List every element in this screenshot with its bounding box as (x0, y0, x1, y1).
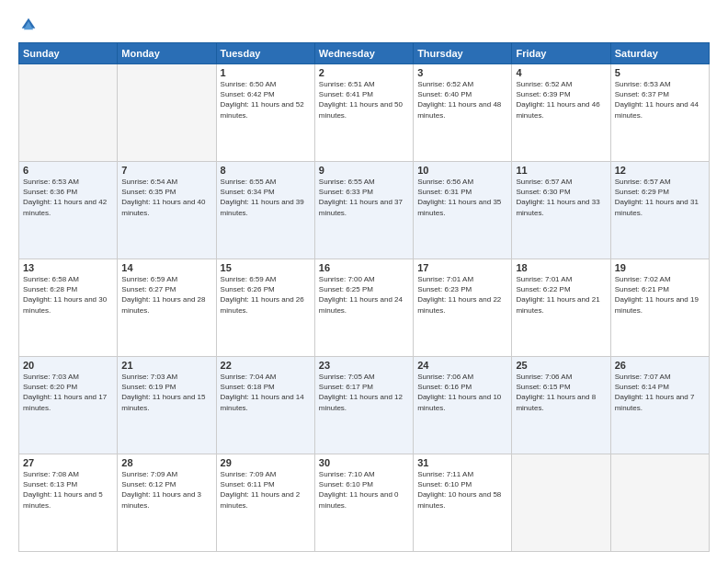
day-detail: Sunrise: 6:55 AMSunset: 6:34 PMDaylight:… (221, 177, 311, 218)
day-number: 25 (516, 360, 606, 371)
header-row: SundayMondayTuesdayWednesdayThursdayFrid… (19, 43, 710, 64)
day-number: 23 (319, 360, 409, 371)
day-header-tuesday: Tuesday (216, 43, 314, 64)
day-detail: Sunrise: 7:06 AMSunset: 6:16 PMDaylight:… (417, 372, 507, 413)
day-detail: Sunrise: 7:08 AMSunset: 6:13 PMDaylight:… (23, 469, 113, 511)
day-number: 4 (516, 67, 606, 78)
day-header-monday: Monday (118, 43, 216, 64)
day-number: 19 (615, 262, 705, 273)
day-detail: Sunrise: 7:06 AMSunset: 6:15 PMDaylight:… (516, 372, 606, 413)
day-number: 3 (417, 67, 507, 78)
day-cell: 16Sunrise: 7:00 AMSunset: 6:25 PMDayligh… (314, 259, 413, 357)
day-detail: Sunrise: 6:53 AMSunset: 6:37 PMDaylight:… (615, 79, 705, 121)
day-detail: Sunrise: 7:09 AMSunset: 6:12 PMDaylight:… (121, 469, 211, 511)
day-cell: 14Sunrise: 6:59 AMSunset: 6:27 PMDayligh… (118, 259, 216, 357)
day-detail: Sunrise: 6:52 AMSunset: 6:40 PMDaylight:… (417, 79, 507, 121)
day-header-sunday: Sunday (19, 43, 118, 64)
day-cell: 17Sunrise: 7:01 AMSunset: 6:23 PMDayligh… (414, 259, 512, 357)
day-number: 5 (615, 67, 705, 78)
day-cell: 3Sunrise: 6:52 AMSunset: 6:40 PMDaylight… (414, 64, 512, 162)
day-cell: 22Sunrise: 7:04 AMSunset: 6:18 PMDayligh… (216, 357, 314, 454)
day-header-thursday: Thursday (414, 43, 512, 64)
day-number: 10 (417, 165, 507, 176)
day-detail: Sunrise: 6:51 AMSunset: 6:41 PMDaylight:… (319, 79, 409, 121)
day-cell: 13Sunrise: 6:58 AMSunset: 6:28 PMDayligh… (19, 259, 118, 357)
day-cell: 8Sunrise: 6:55 AMSunset: 6:34 PMDaylight… (216, 162, 314, 259)
day-number: 9 (319, 165, 409, 176)
day-cell (512, 454, 610, 552)
day-header-saturday: Saturday (610, 43, 709, 64)
day-detail: Sunrise: 7:07 AMSunset: 6:14 PMDaylight:… (615, 372, 705, 413)
day-detail: Sunrise: 7:02 AMSunset: 6:21 PMDaylight:… (615, 274, 705, 316)
day-number: 17 (417, 262, 507, 273)
week-row: 6Sunrise: 6:53 AMSunset: 6:36 PMDaylight… (19, 162, 710, 259)
day-number: 26 (615, 360, 705, 371)
day-cell: 30Sunrise: 7:10 AMSunset: 6:10 PMDayligh… (314, 454, 413, 552)
day-number: 8 (221, 165, 311, 176)
day-cell (118, 64, 216, 162)
day-header-wednesday: Wednesday (314, 43, 413, 64)
day-number: 2 (319, 67, 409, 78)
day-number: 6 (23, 165, 113, 176)
day-cell: 20Sunrise: 7:03 AMSunset: 6:20 PMDayligh… (19, 357, 118, 454)
day-number: 11 (516, 165, 606, 176)
logo-icon (18, 15, 39, 35)
day-cell: 24Sunrise: 7:06 AMSunset: 6:16 PMDayligh… (414, 357, 512, 454)
day-detail: Sunrise: 7:05 AMSunset: 6:17 PMDaylight:… (319, 372, 409, 413)
day-number: 16 (319, 262, 409, 273)
day-cell: 1Sunrise: 6:50 AMSunset: 6:42 PMDaylight… (216, 64, 314, 162)
day-detail: Sunrise: 7:01 AMSunset: 6:23 PMDaylight:… (417, 274, 507, 316)
day-detail: Sunrise: 6:58 AMSunset: 6:28 PMDaylight:… (23, 274, 113, 316)
day-detail: Sunrise: 6:59 AMSunset: 6:27 PMDaylight:… (121, 274, 211, 316)
day-cell: 11Sunrise: 6:57 AMSunset: 6:30 PMDayligh… (512, 162, 610, 259)
day-cell: 2Sunrise: 6:51 AMSunset: 6:41 PMDaylight… (314, 64, 413, 162)
day-number: 21 (121, 360, 211, 371)
week-row: 1Sunrise: 6:50 AMSunset: 6:42 PMDaylight… (19, 64, 710, 162)
day-number: 22 (221, 360, 311, 371)
week-row: 27Sunrise: 7:08 AMSunset: 6:13 PMDayligh… (19, 454, 710, 552)
day-number: 1 (221, 67, 311, 78)
day-number: 28 (121, 457, 211, 468)
header (18, 15, 710, 35)
day-detail: Sunrise: 6:54 AMSunset: 6:35 PMDaylight:… (121, 177, 211, 218)
day-number: 20 (23, 360, 113, 371)
day-detail: Sunrise: 7:10 AMSunset: 6:10 PMDaylight:… (319, 469, 409, 511)
day-cell: 9Sunrise: 6:55 AMSunset: 6:33 PMDaylight… (314, 162, 413, 259)
day-number: 18 (516, 262, 606, 273)
day-detail: Sunrise: 6:52 AMSunset: 6:39 PMDaylight:… (516, 79, 606, 121)
logo (18, 15, 40, 35)
day-cell: 15Sunrise: 6:59 AMSunset: 6:26 PMDayligh… (216, 259, 314, 357)
day-detail: Sunrise: 7:04 AMSunset: 6:18 PMDaylight:… (221, 372, 311, 413)
day-number: 12 (615, 165, 705, 176)
day-detail: Sunrise: 7:03 AMSunset: 6:19 PMDaylight:… (121, 372, 211, 413)
day-cell: 26Sunrise: 7:07 AMSunset: 6:14 PMDayligh… (610, 357, 709, 454)
day-cell: 31Sunrise: 7:11 AMSunset: 6:10 PMDayligh… (414, 454, 512, 552)
day-cell (610, 454, 709, 552)
day-number: 27 (23, 457, 113, 468)
day-cell: 5Sunrise: 6:53 AMSunset: 6:37 PMDaylight… (610, 64, 709, 162)
day-detail: Sunrise: 6:50 AMSunset: 6:42 PMDaylight:… (221, 79, 311, 121)
day-cell: 25Sunrise: 7:06 AMSunset: 6:15 PMDayligh… (512, 357, 610, 454)
day-detail: Sunrise: 6:53 AMSunset: 6:36 PMDaylight:… (23, 177, 113, 218)
day-detail: Sunrise: 6:59 AMSunset: 6:26 PMDaylight:… (221, 274, 311, 316)
day-detail: Sunrise: 7:03 AMSunset: 6:20 PMDaylight:… (23, 372, 113, 413)
day-cell: 12Sunrise: 6:57 AMSunset: 6:29 PMDayligh… (610, 162, 709, 259)
day-cell: 18Sunrise: 7:01 AMSunset: 6:22 PMDayligh… (512, 259, 610, 357)
day-detail: Sunrise: 6:56 AMSunset: 6:31 PMDaylight:… (417, 177, 507, 218)
day-header-friday: Friday (512, 43, 610, 64)
day-number: 30 (319, 457, 409, 468)
day-detail: Sunrise: 7:01 AMSunset: 6:22 PMDaylight:… (516, 274, 606, 316)
day-number: 15 (221, 262, 311, 273)
week-row: 20Sunrise: 7:03 AMSunset: 6:20 PMDayligh… (19, 357, 710, 454)
day-number: 13 (23, 262, 113, 273)
day-number: 24 (417, 360, 507, 371)
day-number: 31 (417, 457, 507, 468)
day-detail: Sunrise: 6:55 AMSunset: 6:33 PMDaylight:… (319, 177, 409, 218)
page: SundayMondayTuesdayWednesdayThursdayFrid… (0, 0, 728, 563)
day-number: 7 (121, 165, 211, 176)
week-row: 13Sunrise: 6:58 AMSunset: 6:28 PMDayligh… (19, 259, 710, 357)
day-cell: 10Sunrise: 6:56 AMSunset: 6:31 PMDayligh… (414, 162, 512, 259)
day-detail: Sunrise: 7:00 AMSunset: 6:25 PMDaylight:… (319, 274, 409, 316)
calendar: SundayMondayTuesdayWednesdayThursdayFrid… (18, 42, 710, 552)
day-cell: 6Sunrise: 6:53 AMSunset: 6:36 PMDaylight… (19, 162, 118, 259)
